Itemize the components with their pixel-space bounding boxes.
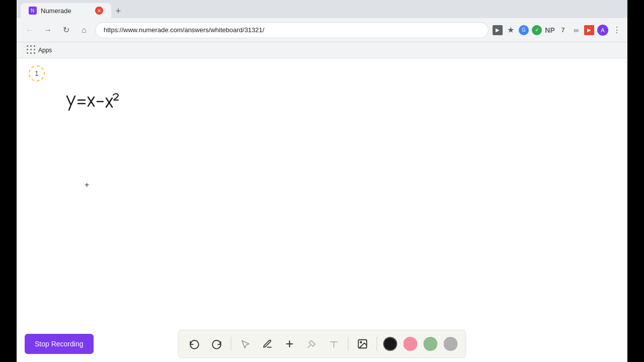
toolbar-separator-1 bbox=[231, 337, 231, 351]
bookmarks-bar: Apps bbox=[17, 42, 627, 58]
forward-button[interactable]: → bbox=[41, 23, 55, 37]
tab-close-button[interactable]: ✕ bbox=[95, 7, 103, 15]
svg-line-11 bbox=[308, 345, 310, 348]
undo-button[interactable] bbox=[187, 336, 203, 352]
stop-recording-button[interactable]: Stop Recording bbox=[25, 334, 94, 354]
reload-button[interactable]: ↻ bbox=[59, 23, 73, 37]
back-button[interactable]: ← bbox=[23, 23, 37, 37]
page-number-indicator: 1 bbox=[29, 65, 45, 81]
svg-point-15 bbox=[360, 341, 362, 343]
redo-button[interactable] bbox=[209, 336, 225, 352]
url-bar[interactable]: https://www.numerade.com/answers/whitebo… bbox=[95, 22, 489, 38]
url-text: https://www.numerade.com/answers/whitebo… bbox=[104, 26, 264, 34]
equation-svg bbox=[62, 91, 132, 119]
highlighter-tool-button[interactable] bbox=[304, 336, 320, 352]
apps-label: Apps bbox=[38, 47, 52, 54]
math-equation bbox=[62, 91, 132, 121]
profile-icon[interactable]: A bbox=[597, 25, 608, 36]
select-tool-button[interactable] bbox=[237, 336, 254, 352]
pen-tool-button[interactable] bbox=[260, 336, 276, 352]
address-bar: ← → ↻ ⌂ https://www.numerade.com/answers… bbox=[17, 18, 627, 42]
apps-bookmark[interactable]: Apps bbox=[23, 43, 56, 57]
apps-grid-icon bbox=[27, 45, 36, 55]
drawing-toolbar bbox=[178, 330, 466, 358]
extension-icon-1[interactable]: G bbox=[519, 25, 529, 35]
new-tab-button[interactable]: + bbox=[111, 4, 125, 18]
add-tool-button[interactable] bbox=[282, 336, 298, 352]
active-tab[interactable]: N Numerade ✕ bbox=[21, 3, 111, 18]
color-black-swatch[interactable] bbox=[383, 337, 397, 351]
extension-icon-2[interactable]: ✓ bbox=[532, 25, 542, 35]
extension-icon-5[interactable]: ∞ bbox=[571, 25, 581, 35]
page-number-text: 1 bbox=[35, 69, 39, 77]
color-green-swatch[interactable] bbox=[424, 337, 438, 351]
whiteboard-canvas[interactable]: 1 + bbox=[17, 58, 627, 362]
svg-text:N: N bbox=[31, 8, 34, 14]
extension-icon-3[interactable]: NP bbox=[545, 25, 555, 35]
cast-icon[interactable]: ▶ bbox=[493, 25, 503, 35]
menu-icon[interactable]: ⋮ bbox=[611, 25, 621, 35]
tab-favicon: N bbox=[29, 7, 37, 15]
browser-toolbar-icons: ▶ ★ G ✓ NP 7 ∞ ▶ A ⋮ bbox=[493, 25, 621, 36]
extension-icon-4[interactable]: 7 bbox=[558, 25, 568, 35]
home-button[interactable]: ⌂ bbox=[77, 23, 91, 37]
cursor-crosshair: + bbox=[85, 180, 89, 190]
color-pink-swatch[interactable] bbox=[404, 337, 418, 351]
tab-bar: N Numerade ✕ + bbox=[17, 0, 627, 18]
toolbar-separator-3 bbox=[377, 337, 377, 351]
color-gray-swatch[interactable] bbox=[444, 337, 458, 351]
tab-title: Numerade bbox=[41, 7, 91, 15]
bookmark-star-icon[interactable]: ★ bbox=[506, 25, 516, 35]
toolbar-separator-2 bbox=[348, 337, 349, 351]
image-tool-button[interactable] bbox=[355, 336, 371, 352]
text-tool-button[interactable] bbox=[326, 336, 342, 352]
extension-icon-6[interactable]: ▶ bbox=[584, 25, 594, 35]
